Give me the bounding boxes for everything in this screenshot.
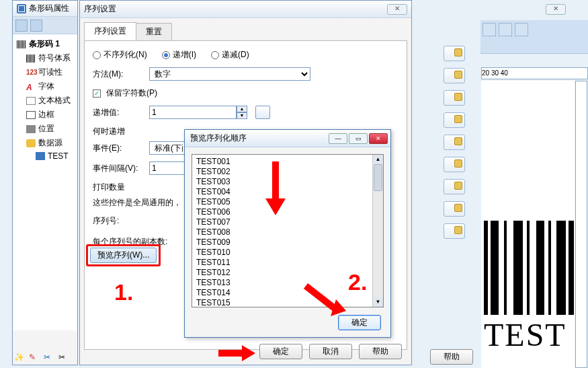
method-select[interactable]: 数字 (149, 67, 310, 81)
incval-input[interactable] (149, 106, 237, 119)
scissors-icon[interactable]: ✂ (58, 353, 69, 363)
tree-label: TEST (48, 151, 69, 161)
list-item[interactable]: TEST010 (196, 248, 379, 258)
tree-item-symbology[interactable]: 符号体系 (14, 51, 76, 65)
bg-help-button[interactable]: 帮助 (430, 349, 473, 365)
annotation-arrow-2 (302, 283, 349, 322)
interval-input[interactable] (149, 161, 190, 175)
tree-root[interactable]: 条形码 1 (14, 37, 76, 51)
sequence-title: 序列设置 (84, 3, 116, 15)
tree-label: 字体 (38, 81, 54, 92)
list-item[interactable]: TEST007 (196, 217, 379, 227)
annotation-2: 2. (348, 269, 367, 295)
radio-none[interactable]: 不序列化(N) (93, 49, 147, 61)
doc-icon (36, 152, 45, 160)
spin-down[interactable]: ▼ (237, 112, 247, 119)
tool-a[interactable] (15, 20, 28, 32)
tree-item-font[interactable]: A字体 (14, 79, 76, 94)
side-action-7[interactable] (444, 179, 465, 194)
border-icon (26, 111, 36, 119)
scroll-up[interactable]: ▲ (373, 155, 383, 164)
side-action-5[interactable] (444, 135, 465, 150)
tree-item-textformat[interactable]: 文本格式 (14, 94, 76, 108)
radio-label: 递增(I) (173, 49, 196, 61)
sequence-titlebar[interactable]: 序列设置 ✕ (80, 1, 411, 18)
wizard-icon[interactable]: ✨ (14, 353, 25, 363)
incval-label: 递增值: (93, 107, 144, 118)
svg-marker-5 (242, 345, 255, 361)
annotation-arrow-ok (218, 343, 255, 365)
tree-label: 数据源 (38, 137, 62, 149)
list-item[interactable]: TEST008 (196, 227, 379, 237)
barcode-preview[interactable]: TEST (484, 221, 585, 353)
properties-title: 条形码属性 (29, 3, 69, 14)
radio-increment[interactable]: 递增(I) (162, 49, 196, 61)
radio-decrement[interactable]: 递减(D) (211, 49, 249, 61)
side-action-2[interactable] (444, 68, 465, 83)
tab-reset[interactable]: 重置 (136, 23, 172, 41)
tree-item-test[interactable]: TEST (14, 150, 76, 162)
tree-item-readability[interactable]: 123可读性 (14, 65, 76, 79)
tree-label: 符号体系 (38, 52, 71, 64)
radio-label: 不序列化(N) (103, 49, 147, 61)
properties-tree[interactable]: 条形码 1 符号体系 123可读性 A字体 文本格式 边框 位置 数据源 TES… (13, 34, 77, 330)
tab-sequence[interactable]: 序列设置 (84, 22, 136, 40)
ruler-horizontal: 20 30 40 (481, 67, 588, 79)
tree-item-position[interactable]: 位置 (14, 122, 76, 136)
preview-max[interactable]: ▭ (349, 133, 368, 144)
barcode-icon (17, 40, 26, 48)
tool-b[interactable] (30, 20, 42, 32)
app-icon (17, 4, 26, 13)
side-action-6[interactable] (444, 157, 465, 172)
side-action-1[interactable] (444, 46, 465, 61)
annotation-1: 1. (114, 279, 133, 305)
properties-titlebar[interactable]: 条形码属性 (13, 1, 77, 17)
position-icon (26, 125, 36, 133)
paint-icon[interactable]: ✎ (29, 353, 40, 363)
tree-label: 可读性 (38, 67, 62, 78)
preview-sequence-button[interactable]: 预览序列(W)... (90, 248, 157, 263)
preview-titlebar[interactable]: 预览序列化顺序 — ▭ ✕ (185, 130, 390, 147)
seq-ok-button[interactable]: 确定 (259, 344, 302, 359)
svg-marker-1 (265, 198, 286, 215)
preview-min[interactable]: — (329, 133, 347, 144)
seq-cancel-button[interactable]: 取消 (309, 344, 352, 359)
tree-label: 边框 (38, 109, 54, 120)
event-label: 事件(E): (93, 143, 144, 154)
list-item[interactable]: TEST009 (196, 237, 379, 248)
font-icon: A (26, 83, 36, 91)
tree-root-label: 条形码 1 (29, 38, 60, 50)
side-action-8[interactable] (444, 201, 465, 217)
tree-item-datasource[interactable]: 数据源 (14, 136, 76, 150)
scroll-thumb[interactable] (374, 164, 382, 191)
tree-label: 文本格式 (38, 95, 71, 106)
listbox-scrollbar[interactable]: ▲ ▼ (372, 155, 383, 307)
list-item[interactable]: TEST015 (196, 298, 379, 307)
incval-extra-button[interactable] (255, 106, 270, 119)
tree-label: 位置 (38, 123, 54, 135)
barcode-text: TEST (484, 316, 585, 353)
preserve-checkbox[interactable] (93, 89, 101, 98)
side-action-column (444, 46, 465, 239)
tree-item-border[interactable]: 边框 (14, 108, 76, 122)
properties-dialog: 条形码属性 条形码 1 符号体系 123可读性 A字体 文本格式 边框 位置 数… (12, 0, 78, 365)
side-action-4[interactable] (444, 112, 465, 128)
preview-title: 预览序列化顺序 (190, 133, 247, 144)
preview-dialog: 预览序列化顺序 — ▭ ✕ TEST001 TEST002 TEST003 TE… (184, 129, 391, 338)
spin-up[interactable]: ▲ (237, 106, 247, 112)
side-action-9[interactable] (444, 223, 465, 239)
datasource-icon (26, 139, 36, 147)
interval-label: 事件间隔(V): (93, 163, 144, 174)
annotation-highlight-1: 预览序列(W)... (86, 244, 161, 266)
sequence-close[interactable]: ✕ (387, 4, 407, 15)
textformat-icon (26, 97, 36, 105)
bg-dialog-close[interactable]: ✕ (546, 4, 566, 15)
list-item[interactable]: TEST011 (196, 258, 379, 268)
barcode-bars (484, 221, 585, 315)
cut-icon[interactable]: ✂ (44, 353, 54, 363)
side-action-3[interactable] (444, 90, 465, 106)
radio-label: 递减(D) (222, 49, 249, 61)
scroll-down[interactable]: ▼ (373, 297, 383, 307)
seq-help-button[interactable]: 帮助 (359, 344, 402, 359)
preview-close[interactable]: ✕ (369, 133, 388, 144)
